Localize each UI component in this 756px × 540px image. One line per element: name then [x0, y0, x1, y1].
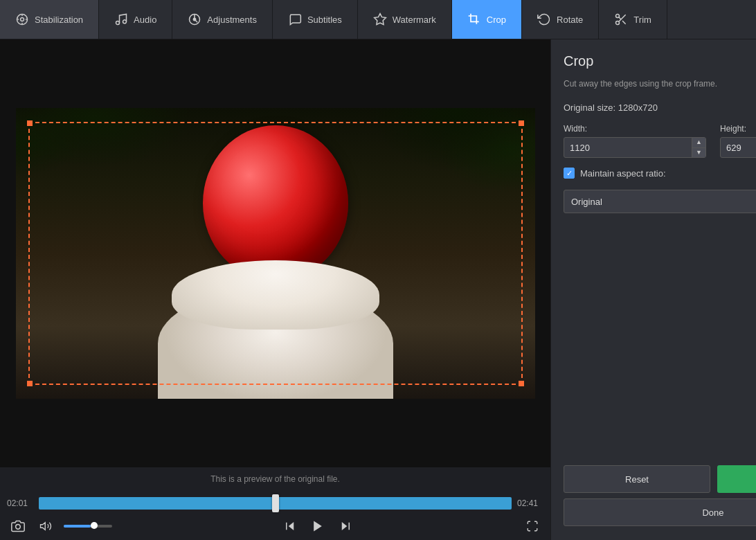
- width-group: Width: ▲ ▼: [564, 124, 706, 158]
- toolbar: Stabilization Audio Adjustments Sub: [0, 0, 756, 39]
- original-size: Original size: 1280x720: [564, 102, 756, 113]
- aspect-label: Maintain aspect ratio:: [580, 168, 666, 179]
- svg-point-7: [616, 21, 620, 25]
- svg-point-5: [194, 18, 196, 20]
- panel-title: Crop: [564, 53, 756, 69]
- clown-collar: [172, 260, 379, 330]
- tab-audio[interactable]: Audio: [99, 0, 172, 39]
- reset-button[interactable]: Reset: [564, 465, 710, 493]
- tab-crop-label: Crop: [487, 15, 506, 25]
- rotate-icon: [537, 12, 551, 26]
- volume-fill: [64, 525, 91, 528]
- progress-thumb[interactable]: [272, 494, 279, 512]
- tab-audio-label: Audio: [134, 15, 156, 25]
- tab-trim[interactable]: Trim: [599, 0, 667, 39]
- controls-bar: [0, 512, 550, 540]
- time-end: 02:41: [517, 498, 543, 508]
- fullscreen-button[interactable]: [523, 516, 542, 536]
- width-spinbox[interactable]: ▲ ▼: [564, 137, 706, 158]
- tab-rotate[interactable]: Rotate: [522, 0, 599, 39]
- tab-adjustments[interactable]: Adjustments: [172, 0, 273, 39]
- svg-marker-10: [288, 522, 294, 530]
- crop-icon: [467, 12, 481, 26]
- watermark-icon: [373, 12, 387, 26]
- video-panel: This is a preview of the original file. …: [0, 39, 550, 540]
- time-start: 02:01: [7, 498, 33, 508]
- screenshot-button[interactable]: [8, 516, 28, 536]
- aspect-row: ✓ Maintain aspect ratio:: [564, 168, 756, 179]
- tab-watermark[interactable]: Watermark: [358, 0, 452, 39]
- tab-stabilization-label: Stabilization: [35, 15, 83, 25]
- svg-marker-12: [314, 521, 322, 532]
- svg-point-6: [616, 15, 620, 18]
- tab-stabilization[interactable]: Stabilization: [0, 0, 99, 39]
- done-button[interactable]: Done: [564, 498, 756, 526]
- balloon: [203, 125, 348, 281]
- video-frame: [16, 108, 535, 399]
- progress-track[interactable]: [39, 497, 512, 510]
- svg-point-8: [16, 525, 21, 530]
- tab-subtitles-label: Subtitles: [307, 15, 342, 25]
- tab-adjustments-label: Adjustments: [207, 15, 257, 25]
- ratio-select-wrap: Original 16:9 4:3 1:1 9:16 ▾: [564, 190, 756, 213]
- width-increment[interactable]: ▲: [692, 138, 705, 148]
- panel-description: Cut away the edges using the crop frame.: [564, 78, 756, 90]
- width-input[interactable]: [564, 138, 692, 157]
- tab-subtitles[interactable]: Subtitles: [273, 0, 358, 39]
- volume-slider[interactable]: [64, 525, 112, 528]
- svg-marker-13: [341, 522, 347, 530]
- timeline-area: 02:01 02:41: [0, 491, 550, 540]
- aspect-checkbox[interactable]: ✓: [564, 168, 575, 179]
- trim-icon: [614, 12, 628, 26]
- svg-point-3: [123, 20, 127, 24]
- width-decrement[interactable]: ▼: [692, 148, 705, 158]
- svg-point-2: [116, 21, 120, 25]
- svg-point-1: [21, 18, 24, 21]
- preview-text: This is a preview of the original file.: [0, 467, 550, 491]
- tab-rotate-label: Rotate: [557, 15, 583, 25]
- stabilization-icon: [15, 12, 29, 26]
- height-label: Height:: [720, 124, 756, 134]
- volume-thumb: [91, 522, 98, 529]
- prev-button[interactable]: [280, 516, 300, 536]
- svg-marker-9: [41, 523, 46, 530]
- subtitles-icon: [288, 12, 302, 26]
- width-spin-buttons: ▲ ▼: [692, 138, 705, 157]
- volume-button[interactable]: [36, 516, 55, 536]
- tab-trim-label: Trim: [633, 15, 651, 25]
- next-button[interactable]: [336, 516, 355, 536]
- video-container: [0, 39, 550, 467]
- main-area: This is a preview of the original file. …: [0, 39, 756, 540]
- height-input[interactable]: [721, 138, 756, 157]
- audio-icon: [114, 12, 128, 26]
- size-row: Width: ▲ ▼ Height: ▲ ▼: [564, 124, 756, 158]
- tab-crop[interactable]: Crop: [452, 0, 522, 39]
- tab-watermark-label: Watermark: [393, 15, 436, 25]
- height-group: Height: ▲ ▼: [720, 124, 756, 158]
- height-spinbox[interactable]: ▲ ▼: [720, 137, 756, 158]
- adjustments-icon: [188, 12, 201, 26]
- play-button[interactable]: [308, 516, 327, 536]
- width-label: Width:: [564, 124, 706, 134]
- apply-button[interactable]: Apply: [717, 465, 756, 493]
- ratio-select[interactable]: Original 16:9 4:3 1:1 9:16: [564, 190, 756, 213]
- time-bar: 02:01 02:41: [0, 494, 550, 512]
- panel-actions: Reset Apply: [564, 465, 756, 493]
- right-panel: Crop Cut away the edges using the crop f…: [550, 39, 756, 540]
